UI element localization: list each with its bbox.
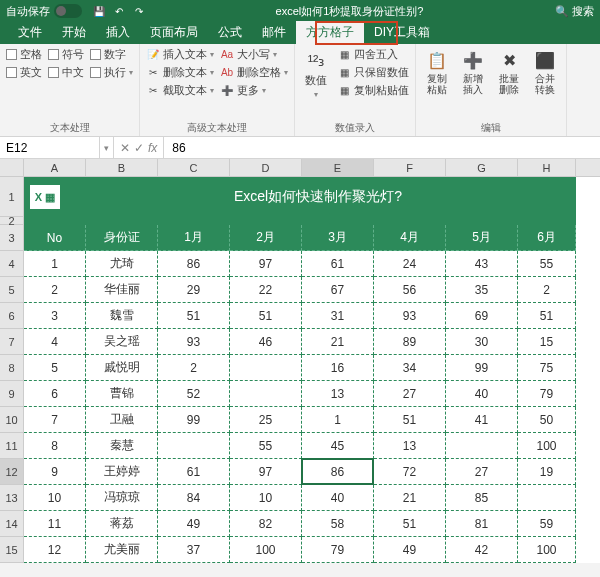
cell-G5[interactable]: 35 (446, 277, 518, 303)
row-header-13[interactable]: 13 (0, 485, 24, 511)
cell-F11[interactable]: 13 (374, 433, 446, 459)
col-header-F[interactable]: F (374, 159, 446, 176)
row-header-1[interactable]: 1 (0, 177, 24, 217)
cell-D3[interactable]: 2月 (230, 225, 302, 251)
cell-H12[interactable]: 19 (518, 459, 576, 485)
col-header-H[interactable]: H (518, 159, 576, 176)
cell-E4[interactable]: 61 (302, 251, 374, 277)
row-header-7[interactable]: 7 (0, 329, 24, 355)
btn-新增插入[interactable]: ➕新增插入 (458, 47, 488, 119)
cell-A14[interactable]: 11 (24, 511, 86, 537)
cell-B14[interactable]: 蒋荔 (86, 511, 158, 537)
cell-E7[interactable]: 21 (302, 329, 374, 355)
cell-D8[interactable] (230, 355, 302, 381)
cell-C14[interactable]: 49 (158, 511, 230, 537)
row-header-6[interactable]: 6 (0, 303, 24, 329)
cell-G9[interactable]: 40 (446, 381, 518, 407)
cell-B5[interactable]: 华佳丽 (86, 277, 158, 303)
col-header-E[interactable]: E (302, 159, 374, 176)
cell-B8[interactable]: 戚悦明 (86, 355, 158, 381)
row-header-9[interactable]: 9 (0, 381, 24, 407)
cell-D11[interactable]: 55 (230, 433, 302, 459)
cell-D5[interactable]: 22 (230, 277, 302, 303)
cell-E14[interactable]: 58 (302, 511, 374, 537)
row-header-12[interactable]: 12 (0, 459, 24, 485)
cancel-icon[interactable]: ✕ (120, 141, 130, 155)
tab-插入[interactable]: 插入 (96, 21, 140, 44)
cell-D2[interactable] (230, 217, 302, 225)
cell-E2[interactable] (302, 217, 374, 225)
cell-E8[interactable]: 16 (302, 355, 374, 381)
cell-H9[interactable]: 79 (518, 381, 576, 407)
cell-C15[interactable]: 37 (158, 537, 230, 563)
cell-C2[interactable] (158, 217, 230, 225)
cell-B4[interactable]: 尤琦 (86, 251, 158, 277)
fx-icon[interactable]: fx (148, 141, 157, 155)
tab-开始[interactable]: 开始 (52, 21, 96, 44)
cell-D10[interactable]: 25 (230, 407, 302, 433)
tab-文件[interactable]: 文件 (8, 21, 52, 44)
cell-A9[interactable]: 6 (24, 381, 86, 407)
cell-E12[interactable]: 86 (302, 459, 374, 485)
cell-G15[interactable]: 42 (446, 537, 518, 563)
tab-页面布局[interactable]: 页面布局 (140, 21, 208, 44)
title-cell[interactable]: X ▦Excel如何快速制作聚光灯? (24, 177, 576, 217)
cell-C5[interactable]: 29 (158, 277, 230, 303)
cell-F9[interactable]: 27 (374, 381, 446, 407)
number-button[interactable]: ¹²₃ 数值 ▾ (301, 47, 331, 119)
btn-只保留数值[interactable]: ▦只保留数值 (337, 65, 409, 80)
cell-C8[interactable]: 2 (158, 355, 230, 381)
cell-A11[interactable]: 8 (24, 433, 86, 459)
col-header-G[interactable]: G (446, 159, 518, 176)
cell-A12[interactable]: 9 (24, 459, 86, 485)
btn-复制粘贴值[interactable]: ▦复制粘贴值 (337, 83, 409, 98)
cell-E6[interactable]: 31 (302, 303, 374, 329)
tab-DIY工具箱[interactable]: DIY工具箱 (364, 21, 440, 44)
cell-A6[interactable]: 3 (24, 303, 86, 329)
cell-B9[interactable]: 曹锦 (86, 381, 158, 407)
cell-C11[interactable] (158, 433, 230, 459)
tab-邮件[interactable]: 邮件 (252, 21, 296, 44)
btn-大小写[interactable]: Aa大小写 ▾ (220, 47, 288, 62)
cell-C4[interactable]: 86 (158, 251, 230, 277)
cell-A15[interactable]: 12 (24, 537, 86, 563)
search-button[interactable]: 🔍 搜索 (549, 4, 600, 19)
checkbox-执行[interactable]: 执行 ▾ (90, 65, 133, 80)
row-header-15[interactable]: 15 (0, 537, 24, 563)
enter-icon[interactable]: ✓ (134, 141, 144, 155)
cell-A7[interactable]: 4 (24, 329, 86, 355)
cell-F4[interactable]: 24 (374, 251, 446, 277)
cell-G14[interactable]: 81 (446, 511, 518, 537)
cell-G7[interactable]: 30 (446, 329, 518, 355)
cell-H3[interactable]: 6月 (518, 225, 576, 251)
cell-B7[interactable]: 吴之瑶 (86, 329, 158, 355)
cell-H2[interactable] (518, 217, 576, 225)
cell-B15[interactable]: 尤美丽 (86, 537, 158, 563)
redo-icon[interactable]: ↷ (132, 4, 146, 18)
tab-公式[interactable]: 公式 (208, 21, 252, 44)
cell-B10[interactable]: 卫融 (86, 407, 158, 433)
cell-D7[interactable]: 46 (230, 329, 302, 355)
row-header-8[interactable]: 8 (0, 355, 24, 381)
row-header-14[interactable]: 14 (0, 511, 24, 537)
cell-F12[interactable]: 72 (374, 459, 446, 485)
cell-D6[interactable]: 51 (230, 303, 302, 329)
cell-E3[interactable]: 3月 (302, 225, 374, 251)
cell-G3[interactable]: 5月 (446, 225, 518, 251)
cell-C10[interactable]: 99 (158, 407, 230, 433)
cell-F2[interactable] (374, 217, 446, 225)
cell-C9[interactable]: 52 (158, 381, 230, 407)
cell-C3[interactable]: 1月 (158, 225, 230, 251)
cell-F7[interactable]: 89 (374, 329, 446, 355)
btn-删除空格[interactable]: Ab删除空格 ▾ (220, 65, 288, 80)
btn-四舍五入[interactable]: ▦四舍五入 (337, 47, 409, 62)
cell-A8[interactable]: 5 (24, 355, 86, 381)
btn-删除文本[interactable]: ✂删除文本 ▾ (146, 65, 214, 80)
cell-B6[interactable]: 魏雪 (86, 303, 158, 329)
row-header-11[interactable]: 11 (0, 433, 24, 459)
cell-H14[interactable]: 59 (518, 511, 576, 537)
tab-方方格子[interactable]: 方方格子 (296, 21, 364, 44)
undo-icon[interactable]: ↶ (112, 4, 126, 18)
btn-更多[interactable]: ➕更多 ▾ (220, 83, 288, 98)
checkbox-数字[interactable]: 数字 (90, 47, 133, 62)
